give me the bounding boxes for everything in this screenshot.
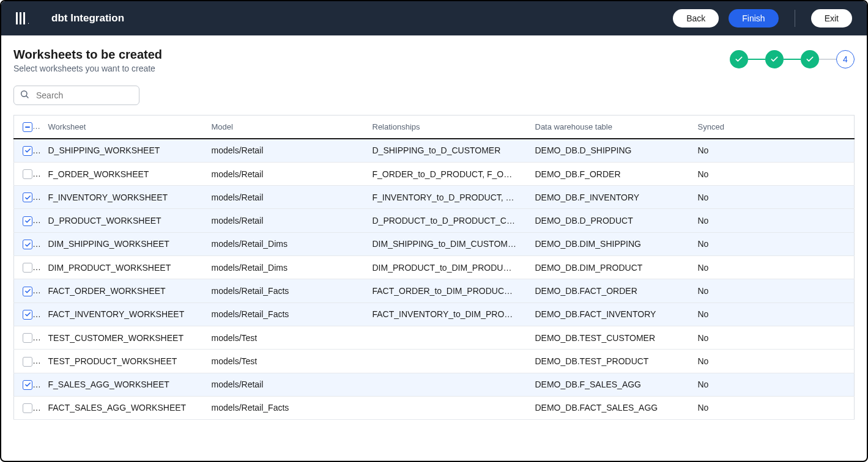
check-icon — [770, 55, 779, 64]
title-block: Worksheets to be created Select workshee… — [13, 48, 162, 73]
worksheets-table: Worksheet Model Relationships Data wareh… — [13, 115, 855, 420]
row-checkbox[interactable] — [23, 333, 32, 343]
row-checkbox[interactable] — [23, 240, 32, 249]
cell-synced: No — [689, 256, 855, 279]
header-select-all — [14, 116, 40, 139]
cell-dw-table: DEMO_DB.FACT_ORDER — [527, 279, 689, 302]
back-button[interactable]: Back — [673, 9, 719, 28]
cell-relationships — [364, 350, 527, 373]
row-checkbox[interactable] — [23, 380, 32, 390]
cell-model: models/Test — [203, 350, 364, 373]
cell-relationships: F_ORDER_to_D_PRODUCT, F_ORD… — [364, 162, 527, 185]
cell-synced: No — [689, 279, 855, 302]
content-area: Worksheets to be created Select workshee… — [1, 35, 867, 420]
search-icon — [20, 89, 29, 101]
header-synced[interactable]: Synced — [689, 116, 855, 139]
table-row[interactable]: FACT_INVENTORY_WORKSHEETmodels/Retail_Fa… — [14, 302, 855, 326]
row-checkbox[interactable] — [23, 403, 32, 413]
table-row[interactable]: D_PRODUCT_WORKSHEETmodels/RetailD_PRODUC… — [14, 209, 855, 232]
step-3-done — [801, 50, 819, 68]
table-row[interactable]: TEST_CUSTOMER_WORKSHEETmodels/TestDEMO_D… — [14, 326, 855, 349]
cell-model: models/Retail_Dims — [203, 256, 364, 279]
row-checkbox-cell — [14, 396, 40, 419]
cell-dw-table: DEMO_DB.D_SHIPPING — [527, 139, 689, 163]
cell-dw-table: DEMO_DB.TEST_PRODUCT — [527, 350, 689, 373]
cell-dw-table: DEMO_DB.D_PRODUCT — [527, 209, 689, 232]
svg-line-1 — [26, 96, 28, 98]
row-checkbox-cell — [14, 209, 40, 232]
cell-model: models/Retail_Facts — [203, 396, 364, 419]
row-checkbox[interactable] — [23, 263, 32, 273]
row-checkbox-cell — [14, 139, 40, 163]
step-connector — [748, 59, 765, 60]
search-box — [13, 86, 139, 105]
row-checkbox[interactable] — [23, 357, 32, 367]
cell-model: models/Retail_Dims — [203, 232, 364, 255]
row-checkbox[interactable] — [23, 216, 32, 226]
cell-synced: No — [689, 186, 855, 209]
header-model[interactable]: Model — [203, 116, 364, 139]
table-row[interactable]: FACT_SALES_AGG_WORKSHEETmodels/Retail_Fa… — [14, 396, 855, 419]
step-2-done — [765, 50, 784, 68]
cell-synced: No — [689, 209, 855, 232]
cell-synced: No — [689, 350, 855, 373]
step-connector — [819, 59, 836, 60]
table-row[interactable]: F_SALES_AGG_WORKSHEETmodels/RetailDEMO_D… — [14, 373, 855, 396]
select-all-checkbox[interactable] — [23, 122, 32, 132]
step-connector — [784, 59, 801, 60]
row-checkbox[interactable] — [23, 146, 32, 156]
row-checkbox-cell — [14, 256, 40, 279]
cell-worksheet: D_SHIPPING_WORKSHEET — [40, 139, 203, 163]
step-1-done — [730, 50, 748, 68]
logo-icon — [16, 12, 25, 24]
table-row[interactable]: F_INVENTORY_WORKSHEETmodels/RetailF_INVE… — [14, 186, 855, 209]
cell-relationships: DIM_SHIPPING_to_DIM_CUSTOMER — [364, 232, 527, 255]
header-dw-table[interactable]: Data warehouse table — [527, 116, 689, 139]
row-checkbox[interactable] — [23, 169, 32, 179]
table-row[interactable]: D_SHIPPING_WORKSHEETmodels/RetailD_SHIPP… — [14, 139, 855, 163]
cell-worksheet: TEST_PRODUCT_WORKSHEET — [40, 350, 203, 373]
exit-button[interactable]: Exit — [811, 9, 852, 28]
search-wrap — [13, 86, 855, 105]
cell-model: models/Retail — [203, 209, 364, 232]
row-checkbox-cell — [14, 279, 40, 302]
cell-model: models/Retail_Facts — [203, 279, 364, 302]
row-checkbox[interactable] — [23, 287, 32, 296]
table-row[interactable]: DIM_PRODUCT_WORKSHEETmodels/Retail_DimsD… — [14, 256, 855, 279]
cell-synced: No — [689, 373, 855, 396]
cell-model: models/Retail — [203, 139, 364, 163]
row-checkbox[interactable] — [23, 310, 32, 320]
cell-relationships — [364, 326, 527, 349]
cell-relationships — [364, 373, 527, 396]
app-header: . dbt Integration Back Finish Exit — [1, 1, 867, 35]
cell-worksheet: TEST_CUSTOMER_WORKSHEET — [40, 326, 203, 349]
row-checkbox-cell — [14, 350, 40, 373]
cell-relationships: FACT_INVENTORY_to_DIM_PRODU… — [364, 302, 527, 326]
cell-worksheet: FACT_ORDER_WORKSHEET — [40, 279, 203, 302]
cell-worksheet: F_INVENTORY_WORKSHEET — [40, 186, 203, 209]
table-row[interactable]: DIM_SHIPPING_WORKSHEETmodels/Retail_Dims… — [14, 232, 855, 255]
row-checkbox-cell — [14, 373, 40, 396]
page-title: Worksheets to be created — [13, 48, 162, 62]
header-title: dbt Integration — [51, 12, 124, 24]
cell-relationships: FACT_ORDER_to_DIM_PRODUCT_… — [364, 279, 527, 302]
cell-synced: No — [689, 326, 855, 349]
cell-synced: No — [689, 232, 855, 255]
header-worksheet[interactable]: Worksheet — [40, 116, 203, 139]
table-header-row: Worksheet Model Relationships Data wareh… — [14, 116, 855, 139]
cell-synced: No — [689, 139, 855, 163]
table-row[interactable]: FACT_ORDER_WORKSHEETmodels/Retail_FactsF… — [14, 279, 855, 302]
search-input[interactable] — [13, 86, 139, 105]
cell-model: models/Test — [203, 326, 364, 349]
content-header: Worksheets to be created Select workshee… — [13, 48, 855, 73]
finish-button[interactable]: Finish — [729, 9, 778, 28]
check-icon — [735, 55, 743, 64]
page-subtitle: Select worksheets you want to create — [13, 64, 162, 73]
cell-dw-table: DEMO_DB.FACT_SALES_AGG — [527, 396, 689, 419]
cell-worksheet: F_SALES_AGG_WORKSHEET — [40, 373, 203, 396]
header-relationships[interactable]: Relationships — [364, 116, 527, 139]
table-row[interactable]: F_ORDER_WORKSHEETmodels/RetailF_ORDER_to… — [14, 162, 855, 185]
app-logo: . — [16, 12, 29, 24]
row-checkbox[interactable] — [23, 193, 32, 202]
table-row[interactable]: TEST_PRODUCT_WORKSHEETmodels/TestDEMO_DB… — [14, 350, 855, 373]
